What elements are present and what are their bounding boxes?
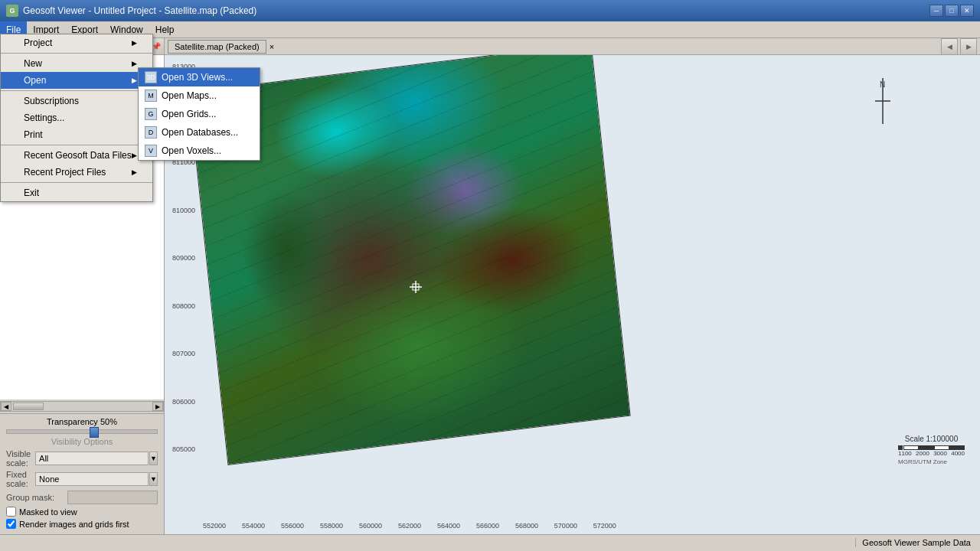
open-label: Open [24,75,46,86]
map-header: Satellite.map (Packed) × ◀ ▶ [165,38,980,55]
open-databases-label: Open Databases... [162,127,238,138]
scale-n1: 1100 [898,450,912,457]
render-label: Render images and grids first [19,520,129,529]
maximize-button[interactable]: □ [945,5,959,17]
open-voxels-label: Open Voxels... [162,145,221,156]
group-mask-label: Group mask: [6,493,67,502]
open-submenu: 3D Open 3D Views... M Open Maps... G Ope… [138,67,260,161]
menu-exit[interactable]: Exit [1,184,152,201]
menu-settings[interactable]: Settings... [1,109,152,126]
minimize-button[interactable]: ─ [929,5,943,17]
sep4 [1,182,152,183]
group-mask-row: Group mask: [6,491,158,504]
visible-scale-input[interactable] [35,452,149,465]
visible-scale-btn[interactable]: ▼ [149,452,158,465]
menu-print[interactable]: Print [1,126,152,143]
open-maps-label: Open Maps... [162,90,217,101]
title-controls: ─ □ ✕ [929,5,974,17]
sep1 [1,53,152,54]
file-dropdown: Project ▶ New ▶ Open ▶ Subscriptions Set… [0,34,153,202]
scale-n3: 3000 [933,450,947,457]
project-arrow: ▶ [132,39,137,47]
menu-open[interactable]: Open ▶ [1,72,152,89]
menu-recent-geosoft[interactable]: Recent Geosoft Data Files ▶ [1,147,152,164]
scale-label: Scale 1:100000 [898,435,965,443]
map-ctrl-2[interactable]: ▶ [960,38,977,55]
x-label-11: 572000 [593,522,616,530]
grids-icon: G [145,108,157,120]
recent-geo-label: Recent Geosoft Data Files [24,150,132,161]
recent-proj-label: Recent Project Files [24,167,106,178]
scroll-left-btn[interactable]: ◀ [1,402,11,411]
bottom-controls: Transparency 50% Visibility Options Visi… [0,413,164,534]
open-maps[interactable]: M Open Maps... [139,86,260,105]
visibility-label: Visibility Options [51,437,113,446]
visible-scale-row: Visible scale: ▼ [6,449,158,468]
y-label-5: 809000 [172,254,195,262]
recent-geo-arrow: ▶ [132,152,137,159]
render-row: Render images and grids first [6,519,158,529]
menu-recent-project[interactable]: Recent Project Files ▶ [1,164,152,181]
scroll-thumb[interactable] [13,403,44,410]
open-grids-label: Open Grids... [162,109,216,119]
transparency-thumb[interactable] [90,427,99,438]
sep3 [1,145,152,145]
crosshair-svg [410,281,422,293]
menu-new[interactable]: New ▶ [1,55,152,72]
map-tab-label[interactable]: Satellite.map (Packed) [168,40,266,54]
open-3d-label: Open 3D Views... [162,72,233,83]
open-3d-views[interactable]: 3D Open 3D Views... [139,68,260,86]
exit-label: Exit [24,187,39,198]
menu-subscriptions[interactable]: Subscriptions [1,93,152,109]
group-mask-input[interactable] [67,491,158,504]
menu-project[interactable]: Project ▶ [1,34,152,51]
sub-label: Subscriptions [24,96,79,106]
x-label-9: 568000 [515,522,538,530]
right-panel: Satellite.map (Packed) × ◀ ▶ 813000 8120… [165,38,980,534]
x-axis: 552000 554000 556000 558000 560000 56200… [203,522,616,530]
h-scrollbar[interactable]: ◀ ▶ [0,401,164,412]
open-databases[interactable]: D Open Databases... [139,123,260,142]
app-icon: G [6,5,18,17]
scroll-right-btn[interactable]: ▶ [152,402,163,411]
fixed-scale-input[interactable] [35,472,149,486]
transparency-track[interactable] [6,429,158,434]
maps-icon: M [145,90,157,102]
map-controls: ◀ ▶ [941,38,977,55]
scale-n2: 2000 [916,450,929,457]
scale-n4: 4000 [951,450,965,457]
open-voxels[interactable]: V Open Voxels... [139,142,260,160]
map-close-btn[interactable]: × [270,42,274,51]
transparency-container: Transparency 50% Visibility Options [6,417,158,446]
cursor-crosshair [410,281,422,293]
project-label: Project [24,37,52,48]
print-label: Print [24,129,43,140]
visible-scale-label: Visible scale: [6,449,35,468]
panel-pin[interactable]: 📌 [152,42,161,51]
statusbar: Geosoft Viewer Sample Data [0,534,980,549]
titlebar: G Geosoft Viewer - Untitled Project - Sa… [0,0,980,21]
sep2 [1,90,152,91]
x-label-10: 570000 [554,522,577,530]
x-label-2: 554000 [242,522,265,530]
fixed-scale-btn[interactable]: ▼ [149,472,158,486]
settings-label: Settings... [24,112,64,123]
recent-proj-arrow: ▶ [132,168,137,176]
open-grids[interactable]: G Open Grids... [139,105,260,123]
menu-help[interactable]: Help [149,21,181,37]
3d-icon: 3D [145,71,157,83]
render-checkbox[interactable] [6,519,16,529]
map-area[interactable]: 813000 812000 811000 810000 809000 80800… [165,55,980,534]
db-icon: D [145,126,157,139]
new-arrow: ▶ [132,60,137,67]
x-label-4: 558000 [320,522,343,530]
y-label-9: 805000 [172,445,195,453]
map-ctrl-1[interactable]: ◀ [941,38,958,55]
open-arrow: ▶ [132,77,137,84]
masked-to-view-checkbox[interactable] [6,507,16,517]
close-button[interactable]: ✕ [960,5,974,17]
y-label-4: 810000 [172,207,195,214]
scale-zone: MGRS/UTM Zone [898,458,965,465]
new-label: New [24,58,42,69]
scale-bar-area: Scale 1:100000 1100 2000 3000 4000 MGRS/… [898,435,965,465]
